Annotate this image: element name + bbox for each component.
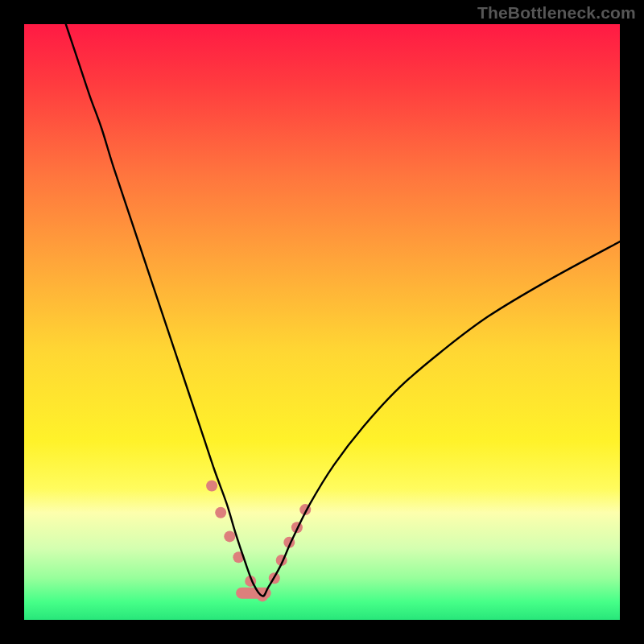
svg-point-2: [215, 507, 226, 518]
svg-point-1: [206, 481, 217, 492]
attribution-label: TheBottleneck.com: [477, 3, 636, 23]
optimal-range-marker: [206, 481, 311, 602]
chart-frame: TheBottleneck.com: [0, 0, 644, 644]
plot-area: [24, 24, 620, 620]
svg-point-3: [224, 530, 235, 542]
bottleneck-curve: [66, 24, 620, 596]
curve-overlay: [24, 24, 620, 620]
